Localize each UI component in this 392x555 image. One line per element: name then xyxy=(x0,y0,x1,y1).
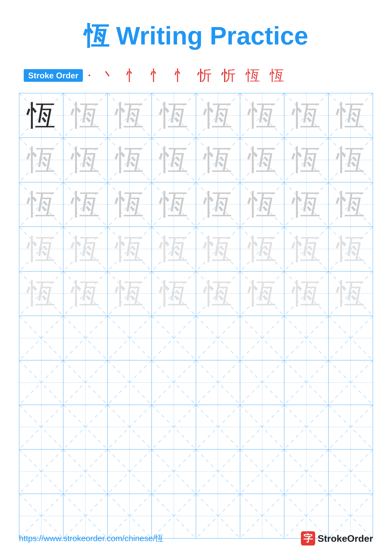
grid-cell: 恆 xyxy=(64,93,107,138)
grid-cell: 恆 xyxy=(284,271,328,316)
grid-cell-empty xyxy=(19,316,64,360)
grid-cell-empty xyxy=(108,360,152,405)
character-guide: 恆 xyxy=(248,146,276,174)
page: 恆 Writing Practice Stroke Order ∙ 丶 忄 忄 … xyxy=(0,0,392,555)
character-guide: 恆 xyxy=(115,235,144,263)
grid-cell-empty xyxy=(284,449,328,494)
grid-cell-empty xyxy=(240,360,284,405)
footer-logo: 字 StrokeOrder xyxy=(301,531,373,546)
grid-cell-empty xyxy=(196,316,240,360)
grid-cell-empty xyxy=(196,405,240,449)
grid-cell: 恆 xyxy=(284,138,328,182)
character-guide: 恆 xyxy=(336,190,365,219)
character-guide: 恆 xyxy=(115,146,144,174)
character-guide: 恆 xyxy=(336,101,365,130)
character-guide: 恆 xyxy=(292,101,321,130)
character-guide: 恆 xyxy=(248,101,276,130)
grid-cell: 恆 xyxy=(64,271,107,316)
grid-cell: 恆 xyxy=(108,138,152,182)
character-guide: 恆 xyxy=(27,235,56,263)
grid-cell: 恆 xyxy=(196,271,240,316)
strokeorder-logo-icon: 字 xyxy=(301,531,315,546)
title-area: 恆 Writing Practice xyxy=(19,19,373,53)
character-guide: 恆 xyxy=(204,279,232,308)
character-guide: 恆 xyxy=(27,146,56,174)
grid-row: 恆 恆 恆 恆 恆 xyxy=(19,271,373,316)
character-guide: 恆 xyxy=(71,101,100,130)
grid-row-empty xyxy=(19,360,373,405)
grid-cell-empty xyxy=(64,360,107,405)
character-guide: 恆 xyxy=(160,235,188,263)
character-guide: 恆 xyxy=(160,146,188,174)
character-guide: 恆 xyxy=(160,101,188,130)
grid-cell: 恆 xyxy=(152,183,196,226)
grid-cell-empty xyxy=(284,316,328,360)
grid-cell-empty xyxy=(152,405,196,449)
grid-cell: 恆 xyxy=(108,271,152,316)
grid-cell-empty xyxy=(64,316,107,360)
grid-cell: 恆 xyxy=(240,227,284,271)
grid-row: 恆 恆 恆 恆 恆 xyxy=(19,183,373,227)
grid-cell: 恆 xyxy=(108,227,152,271)
grid-cell-empty xyxy=(108,405,152,449)
grid-cell: 恆 xyxy=(196,227,240,271)
character-guide: 恆 xyxy=(27,190,56,219)
character-guide: 恆 xyxy=(115,101,144,130)
grid-cell: 恆 xyxy=(328,183,373,226)
grid-cell: 恆 xyxy=(328,93,373,138)
grid-cell-empty xyxy=(328,449,373,494)
grid-row: 恆 恆 恆 恆 恆 xyxy=(19,227,373,271)
grid-container: 恆 恆 恆 恆 恆 xyxy=(19,93,373,539)
character-guide: 恆 xyxy=(204,190,232,219)
grid-row: 恆 恆 恆 恆 恆 xyxy=(19,93,373,138)
character-guide: 恆 xyxy=(115,190,144,219)
stroke-order-chars: ∙ 丶 忄 忄 忄 忻 忻 恆 恆 xyxy=(88,66,287,85)
character-guide: 恆 xyxy=(248,190,276,219)
grid-cell: 恆 xyxy=(152,93,196,138)
character-guide: 恆 xyxy=(160,190,188,219)
character-guide: 恆 xyxy=(292,146,321,174)
grid-row-empty xyxy=(19,316,373,360)
grid-cell-empty xyxy=(284,405,328,449)
grid-row-empty xyxy=(19,449,373,494)
grid-cell-empty xyxy=(64,405,107,449)
grid-cell: 恆 xyxy=(196,183,240,226)
grid-cell: 恆 xyxy=(284,183,328,226)
grid-cell-empty xyxy=(240,316,284,360)
character-guide: 恆 xyxy=(160,279,188,308)
grid-cell: 恆 xyxy=(152,227,196,271)
grid-cell: 恆 xyxy=(196,138,240,182)
grid-cell-empty xyxy=(19,449,64,494)
grid-cell: 恆 xyxy=(64,183,107,226)
grid-cell: 恆 xyxy=(328,271,373,316)
grid-cell: 恆 xyxy=(19,227,64,271)
grid-row-empty xyxy=(19,405,373,449)
character-guide: 恆 xyxy=(27,279,56,308)
character-guide: 恆 xyxy=(248,279,276,308)
character-guide: 恆 xyxy=(336,146,365,174)
strokeorder-logo-text: StrokeOrder xyxy=(318,533,373,544)
character-guide: 恆 xyxy=(292,235,321,263)
character-guide: 恆 xyxy=(71,190,100,219)
writing-grid: 恆 恆 恆 恆 恆 xyxy=(19,93,373,539)
character-guide: 恆 xyxy=(204,146,232,174)
grid-cell: 恆 xyxy=(19,271,64,316)
grid-cell: 恆 xyxy=(19,138,64,182)
grid-cell-empty xyxy=(19,360,64,405)
grid-cell: 恆 xyxy=(64,227,107,271)
grid-cell: 恆 xyxy=(152,138,196,182)
character-guide: 恆 xyxy=(71,235,100,263)
grid-cell-empty xyxy=(328,405,373,449)
character-guide: 恆 xyxy=(204,101,232,130)
grid-cell: 恆 xyxy=(19,183,64,226)
grid-cell: 恆 xyxy=(240,271,284,316)
grid-cell: 恆 xyxy=(284,227,328,271)
grid-cell-empty xyxy=(196,360,240,405)
grid-cell: 恆 xyxy=(240,183,284,226)
grid-cell: 恆 xyxy=(108,93,152,138)
grid-cell-empty xyxy=(19,405,64,449)
character-guide: 恆 xyxy=(115,279,144,308)
grid-cell: 恆 xyxy=(152,271,196,316)
grid-cell: 恆 xyxy=(328,227,373,271)
grid-cell: 恆 xyxy=(328,138,373,182)
